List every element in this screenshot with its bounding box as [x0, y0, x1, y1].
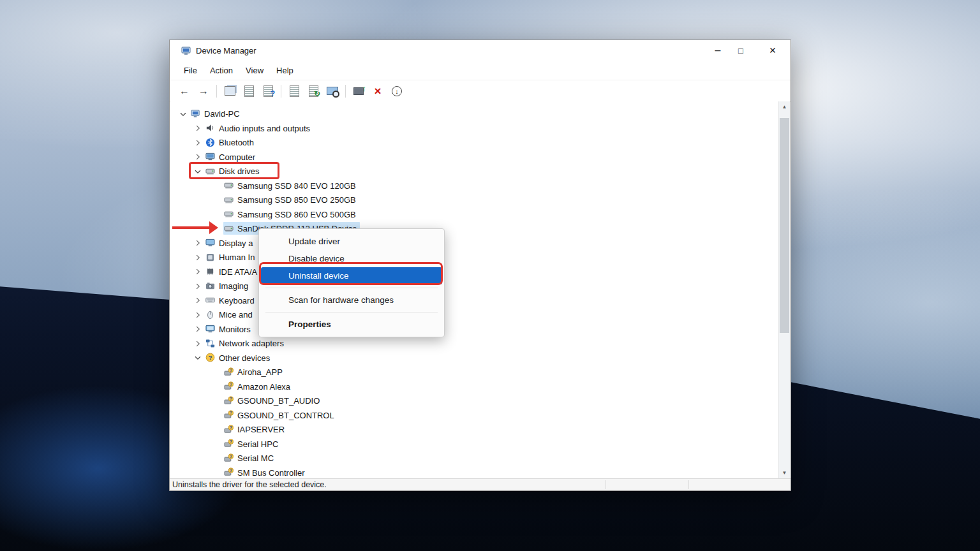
status-bar-divider — [688, 480, 689, 489]
tree-item-content: Monitors — [205, 323, 253, 335]
tree-item-computer[interactable]: Computer — [172, 150, 777, 165]
toolbar-forward-button[interactable]: → — [195, 84, 212, 99]
tree-item-content: Other devices — [205, 351, 272, 364]
tree-item-disk-drives[interactable]: Disk drives — [172, 164, 777, 179]
toolbar: ←→?↻↑×↓ — [170, 80, 791, 102]
tree-item-audio-inputs-and-outputs[interactable]: Audio inputs and outputs — [172, 121, 777, 136]
menu-bar: FileActionViewHelp — [170, 61, 791, 80]
network-icon — [205, 339, 216, 348]
context-menu-item-update-driver[interactable]: Update driver — [261, 233, 442, 250]
tree-item-gsound-bt-audio[interactable]: GSOUND_BT_AUDIO — [172, 393, 777, 408]
scroll-down-icon[interactable]: ▼ — [779, 467, 790, 478]
status-text: Uninstalls the driver for the selected d… — [172, 480, 327, 489]
chevron-right-icon[interactable] — [193, 238, 205, 247]
tree-item-gsound-bt-control[interactable]: GSOUND_BT_CONTROL — [172, 408, 777, 423]
tree-item-label: Human In — [219, 252, 255, 262]
minimize-button[interactable]: – — [706, 40, 729, 61]
tree-item-content: Samsung SSD 840 EVO 120GB — [223, 179, 359, 192]
tree-item-samsung-ssd-860-evo-500gb[interactable]: Samsung SSD 860 EVO 500GB — [172, 207, 777, 222]
chevron-right-icon[interactable] — [193, 267, 205, 276]
chevron-svg — [193, 152, 202, 161]
tree-item-label: Mice and — [219, 309, 253, 320]
toolbar-show-console-tree-button[interactable] — [221, 84, 238, 99]
tree-item-bluetooth[interactable]: Bluetooth — [172, 135, 777, 150]
audio-svg — [205, 123, 215, 133]
tree-item-serial-mc[interactable]: Serial MC — [172, 451, 777, 466]
chevron-right-icon[interactable] — [193, 310, 205, 320]
tree-item-label: GSOUND_BT_AUDIO — [237, 395, 320, 406]
tree-item-content: IDE ATA/A — [205, 265, 260, 278]
unknown-icon — [224, 381, 234, 391]
tree-item-label: Other devices — [219, 353, 270, 363]
unknown-svg — [224, 410, 234, 420]
title-bar[interactable]: Device Manager – □ × — [170, 40, 791, 61]
toolbar-help-button[interactable]: ? — [260, 84, 276, 99]
tree-item-david-pc[interactable]: David-PC — [172, 107, 777, 121]
context-menu-item-scan-for-hardware-changes[interactable]: Scan for hardware changes — [261, 291, 442, 309]
chevron-down-icon[interactable] — [193, 166, 205, 176]
forward-icon: → — [198, 85, 209, 97]
tree-item-sm-bus-controller[interactable]: SM Bus Controller — [172, 466, 777, 479]
context-menu-item-disable-device[interactable]: Disable device — [261, 250, 442, 267]
menu-item-action[interactable]: Action — [204, 64, 239, 77]
tree-item-content: Samsung SSD 850 EVO 250GB — [223, 193, 359, 206]
disk-icon — [224, 195, 234, 205]
chevron-right-icon[interactable] — [193, 152, 205, 161]
menu-item-file[interactable]: File — [177, 64, 204, 77]
vertical-scrollbar[interactable]: ▲ ▼ — [778, 101, 790, 478]
menu-item-help[interactable]: Help — [270, 64, 300, 77]
context-menu-item-properties[interactable]: Properties — [261, 316, 442, 333]
tree-item-content: Human In — [205, 251, 257, 263]
context-menu-item-uninstall-device[interactable]: Uninstall device — [261, 267, 442, 284]
toolbar-scan-hardware-changes-button[interactable] — [324, 84, 341, 99]
scrollbar-thumb[interactable] — [780, 118, 789, 333]
toolbar-refresh-button[interactable]: ↻ — [305, 84, 322, 99]
chevron-right-icon[interactable] — [193, 281, 205, 291]
chevron-right-icon[interactable] — [193, 123, 205, 133]
tree-item-label: Imaging — [219, 281, 248, 291]
tree-item-content: GSOUND_BT_AUDIO — [223, 394, 322, 407]
tree-item-content: Amazon Alexa — [223, 380, 293, 393]
computer-svg — [205, 152, 215, 161]
unknown-svg — [224, 425, 234, 434]
unknown-svg — [224, 381, 234, 391]
toolbar-export-list-button[interactable] — [286, 84, 302, 99]
chevron-right-icon[interactable] — [193, 339, 205, 348]
tree-item-iapserver[interactable]: IAPSERVER — [172, 422, 777, 437]
mouse-svg — [205, 310, 215, 320]
chevron-right-icon[interactable] — [193, 324, 205, 334]
tree-item-serial-hpc[interactable]: Serial HPC — [172, 437, 777, 452]
tree-item-other-devices[interactable]: Other devices — [172, 351, 777, 365]
question-svg — [205, 353, 215, 362]
tree-item-airoha-app[interactable]: Airoha_APP — [172, 365, 777, 379]
properties-icon — [244, 85, 254, 97]
unknown-icon — [224, 410, 234, 420]
tree-item-network-adapters[interactable]: Network adapters — [172, 336, 777, 351]
chevron-right-icon[interactable] — [193, 295, 205, 305]
toolbar-properties-button[interactable] — [241, 84, 257, 99]
tree-item-content: Display a — [205, 237, 255, 249]
toolbar-update-driver-button[interactable]: ↑ — [350, 84, 367, 99]
menu-item-view[interactable]: View — [239, 64, 270, 77]
toolbar-uninstall-device-button[interactable]: × — [369, 84, 386, 99]
tree-item-label: Samsung SSD 860 EVO 500GB — [237, 209, 356, 219]
toolbar-disable-device-button[interactable]: ↓ — [389, 84, 405, 99]
chevron-svg — [193, 239, 202, 247]
chevron-right-icon[interactable] — [193, 138, 205, 147]
tree-item-amazon-alexa[interactable]: Amazon Alexa — [172, 379, 777, 394]
toolbar-back-button[interactable]: ← — [176, 84, 193, 99]
chevron-down-icon[interactable] — [179, 109, 190, 119]
tree-item-content: GSOUND_BT_CONTROL — [223, 409, 337, 422]
question-icon — [205, 353, 216, 362]
chevron-down-icon[interactable] — [193, 353, 205, 362]
tree-item-samsung-ssd-840-evo-120gb[interactable]: Samsung SSD 840 EVO 120GB — [172, 179, 777, 193]
tree-item-samsung-ssd-850-evo-250gb[interactable]: Samsung SSD 850 EVO 250GB — [172, 193, 777, 207]
audio-icon — [205, 123, 216, 133]
maximize-button[interactable]: □ — [729, 40, 752, 61]
close-button[interactable]: × — [761, 40, 784, 61]
tree-item-label: Amazon Alexa — [237, 381, 290, 392]
scroll-up-icon[interactable]: ▲ — [779, 101, 790, 112]
chevron-right-icon[interactable] — [193, 253, 205, 262]
status-bar: Uninstalls the driver for the selected d… — [170, 478, 791, 490]
imaging-icon — [205, 281, 216, 291]
